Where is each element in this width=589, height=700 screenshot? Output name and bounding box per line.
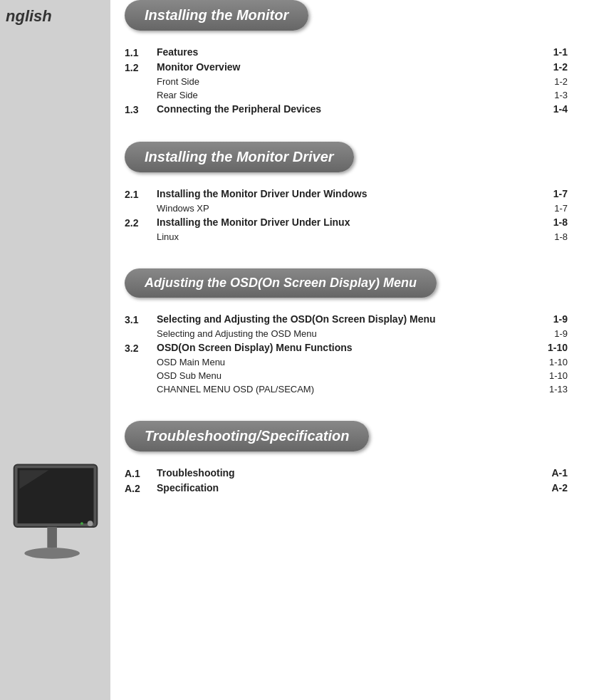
- toc-num: 1.1: [125, 45, 157, 60]
- toc-sub-page: 1-7: [508, 202, 568, 215]
- toc-num: A.2: [125, 481, 157, 496]
- toc-sub-page: 1-2: [494, 75, 568, 88]
- monitor-illustration: [0, 415, 110, 700]
- toc-page: 1-2: [494, 60, 568, 75]
- gap3: [125, 403, 568, 414]
- toc-row-1-2-sub1: Front Side 1-2: [125, 75, 568, 88]
- toc-title: Connecting the Peripheral Devices: [157, 102, 494, 117]
- toc-row-a-1: A.1 Troubleshooting A-1: [125, 466, 568, 481]
- toc-sub-title: OSD Sub Menu: [157, 369, 521, 382]
- toc-sub-title: OSD Main Menu: [157, 355, 521, 369]
- section-banner-troubleshooting: Troubleshooting/Specification: [125, 421, 369, 451]
- toc-sub-page: 1-13: [521, 382, 568, 396]
- toc-row-3-2-sub2: OSD Sub Menu 1-10: [125, 369, 568, 382]
- toc-row-1-3: 1.3 Connecting the Peripheral Devices 1-…: [125, 102, 568, 117]
- toc-row-2-1: 2.1 Installing the Monitor Driver Under …: [125, 187, 568, 202]
- toc-page: 1-1: [494, 45, 568, 60]
- section-banner-osd: Adjusting the OSD(On Screen Display) Men…: [125, 268, 437, 298]
- toc-sub-title: Front Side: [157, 75, 494, 88]
- toc-section-4: A.1 Troubleshooting A-1 A.2 Specificatio…: [125, 466, 568, 496]
- toc-sub-title: Windows XP: [157, 202, 508, 215]
- toc-row-3-1: 3.1 Selecting and Adjusting the OSD(On S…: [125, 312, 568, 327]
- toc-title: Specification: [157, 481, 439, 496]
- toc-row-2-2: 2.2 Installing the Monitor Driver Under …: [125, 215, 568, 230]
- section-banner-installing-monitor: Installing the Monitor: [125, 0, 308, 31]
- toc-sub-page: 1-10: [521, 355, 568, 369]
- toc-sub-title: Rear Side: [157, 88, 494, 102]
- section-banner-text: Adjusting the OSD(On Screen Display) Men…: [145, 276, 417, 290]
- toc-title: Selecting and Adjusting the OSD(On Scree…: [157, 312, 521, 327]
- toc-row-3-1-sub1: Selecting and Adjusting the OSD Menu 1-9: [125, 327, 568, 340]
- toc-sub-page: 1-9: [521, 327, 568, 340]
- toc-row-1-2: 1.2 Monitor Overview 1-2: [125, 60, 568, 75]
- section-banner-text: Installing the Monitor Driver: [145, 149, 334, 164]
- main-content: Installing the Monitor 1.1 Features 1-1 …: [110, 0, 589, 700]
- toc-title: Installing the Monitor Driver Under Linu…: [157, 215, 508, 230]
- toc-row-3-2-sub3: CHANNEL MENU OSD (PAL/SECAM) 1-13: [125, 382, 568, 396]
- toc-title: Installing the Monitor Driver Under Wind…: [157, 187, 508, 202]
- toc-page: 1-10: [521, 340, 568, 355]
- toc-row-1-1: 1.1 Features 1-1: [125, 45, 568, 60]
- toc-title: Features: [157, 45, 494, 60]
- toc-num: 1.3: [125, 102, 157, 117]
- toc-title: Troubleshooting: [157, 466, 439, 481]
- toc-page: A-1: [439, 466, 568, 481]
- toc-page: 1-9: [521, 312, 568, 327]
- toc-row-2-2-sub1: Linux 1-8: [125, 230, 568, 244]
- sidebar: nglish: [0, 0, 110, 700]
- toc-section-2: 2.1 Installing the Monitor Driver Under …: [125, 187, 568, 244]
- toc-num: 2.2: [125, 215, 157, 230]
- section-banner-installing-driver: Installing the Monitor Driver: [125, 142, 354, 172]
- toc-sub-title: Linux: [157, 230, 508, 244]
- toc-num: 2.1: [125, 187, 157, 202]
- toc-num: 1.2: [125, 60, 157, 75]
- language-label: nglish: [0, 0, 58, 33]
- toc-sub-title: Selecting and Adjusting the OSD Menu: [157, 327, 521, 340]
- toc-row-a-2: A.2 Specification A-2: [125, 481, 568, 496]
- svg-point-6: [80, 522, 83, 525]
- svg-point-4: [24, 548, 80, 559]
- toc-page: 1-8: [508, 215, 568, 230]
- toc-num: 3.1: [125, 312, 157, 327]
- gap2: [125, 251, 568, 261]
- toc-num: A.1: [125, 466, 157, 481]
- toc-sub-title: CHANNEL MENU OSD (PAL/SECAM): [157, 382, 521, 396]
- toc-page: 1-4: [494, 102, 568, 117]
- toc-sub-page: 1-8: [508, 230, 568, 244]
- section-banner-text: Troubleshooting/Specification: [145, 428, 349, 444]
- toc-title: Monitor Overview: [157, 60, 494, 75]
- toc-section-3: 3.1 Selecting and Adjusting the OSD(On S…: [125, 312, 568, 396]
- toc-row-1-2-sub2: Rear Side 1-3: [125, 88, 568, 102]
- toc-page: A-2: [439, 481, 568, 496]
- toc-num: 3.2: [125, 340, 157, 355]
- toc-row-3-2: 3.2 OSD(On Screen Display) Menu Function…: [125, 340, 568, 355]
- svg-point-5: [87, 521, 93, 526]
- section-banner-text: Installing the Monitor: [145, 7, 288, 23]
- toc-sub-page: 1-10: [521, 369, 568, 382]
- toc-page: 1-7: [508, 187, 568, 202]
- svg-rect-3: [47, 527, 57, 548]
- toc-section-1: 1.1 Features 1-1 1.2 Monitor Overview 1-…: [125, 45, 568, 117]
- gap1: [125, 124, 568, 135]
- toc-sub-page: 1-3: [494, 88, 568, 102]
- toc-title: OSD(On Screen Display) Menu Functions: [157, 340, 521, 355]
- toc-row-2-1-sub1: Windows XP 1-7: [125, 202, 568, 215]
- toc-row-3-2-sub1: OSD Main Menu 1-10: [125, 355, 568, 369]
